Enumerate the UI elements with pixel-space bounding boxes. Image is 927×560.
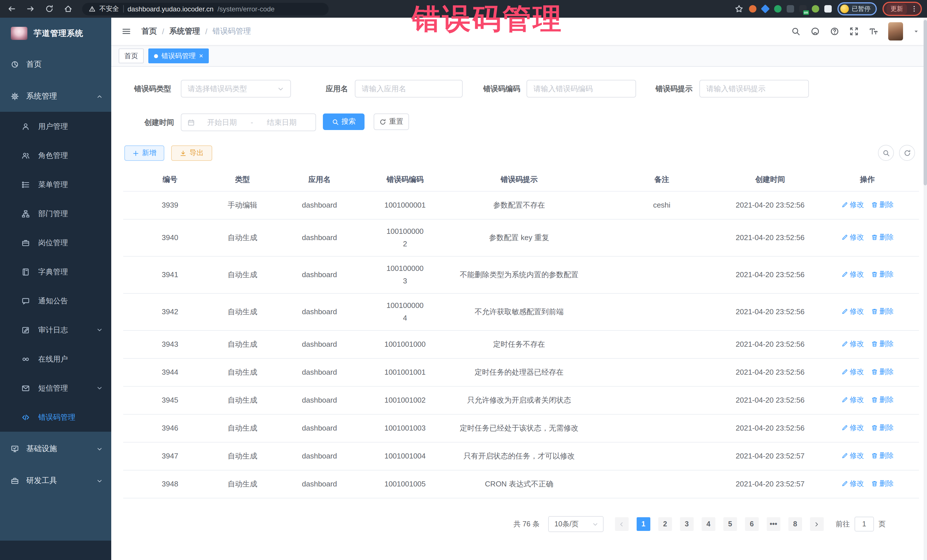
edit-link[interactable]: 修改 <box>841 339 864 349</box>
sidebar-logo[interactable]: 芋道管理系统 <box>0 18 111 49</box>
date-range-picker[interactable]: 开始日期 - 结束日期 <box>181 114 316 131</box>
reset-button-label: 重置 <box>389 117 403 127</box>
delete-link[interactable]: 删除 <box>871 423 894 433</box>
trash-icon <box>871 369 878 375</box>
sidebar-item-label: 在线用户 <box>38 354 68 364</box>
search-button[interactable]: 搜索 <box>323 114 365 130</box>
update-button[interactable]: 更新 <box>886 3 907 15</box>
extension-icon-orange-ring[interactable] <box>749 5 757 12</box>
hamburger-icon[interactable] <box>122 27 131 36</box>
extension-icon-green-v[interactable] <box>774 5 781 12</box>
plus-icon <box>132 150 139 156</box>
toggle-search-button[interactable] <box>878 145 894 161</box>
edit-link[interactable]: 修改 <box>841 307 864 317</box>
error-code-input[interactable] <box>527 80 636 97</box>
cell-hint: 定时任务不存在 <box>439 330 599 358</box>
reload-icon[interactable] <box>45 5 54 13</box>
address-bar[interactable]: 不安全 dashboard.yudao.iocoder.cn/system/er… <box>82 3 328 15</box>
edit-link[interactable]: 修改 <box>841 233 864 242</box>
export-button[interactable]: 导出 <box>171 146 212 161</box>
sidebar-item-monitor[interactable]: 基础设施 <box>0 434 111 463</box>
font-size-icon[interactable] <box>869 27 878 36</box>
prev-page-button[interactable] <box>615 517 629 531</box>
edit-link[interactable]: 修改 <box>841 200 864 210</box>
extension-icon-dark-on[interactable]: on <box>799 5 807 12</box>
reset-button[interactable]: 重置 <box>374 114 409 130</box>
header-search-icon[interactable] <box>791 27 800 36</box>
breadcrumb-item[interactable]: 首页 <box>141 26 157 36</box>
help-icon[interactable] <box>830 27 839 36</box>
extension-icon-puzzle[interactable] <box>824 5 832 12</box>
edit-link[interactable]: 修改 <box>841 270 864 279</box>
sidebar-item-users[interactable]: 角色管理 <box>0 141 111 170</box>
delete-link[interactable]: 删除 <box>871 270 894 279</box>
goto-page-input[interactable] <box>854 517 874 531</box>
delete-link[interactable]: 删除 <box>871 479 894 489</box>
browser-menu-dots-icon[interactable] <box>910 5 918 12</box>
sidebar-item-tree[interactable]: 部门管理 <box>0 199 111 228</box>
delete-link[interactable]: 删除 <box>871 339 894 349</box>
extension-icon-lime-figure[interactable] <box>812 5 819 12</box>
sidebar-item-online[interactable]: 在线用户 <box>0 344 111 373</box>
sidebar-item-dashboard[interactable]: 首页 <box>0 50 111 79</box>
pencil-icon <box>841 369 848 375</box>
refresh-table-button[interactable] <box>899 145 915 161</box>
edit-link[interactable]: 修改 <box>841 479 864 489</box>
pagination-page-button[interactable]: 5 <box>723 517 737 531</box>
edit-link[interactable]: 修改 <box>841 395 864 405</box>
sidebar-item-code[interactable]: 错误码管理 <box>0 403 111 432</box>
delete-link[interactable]: 删除 <box>871 233 894 242</box>
home-icon[interactable] <box>64 5 73 13</box>
sidebar-item-editlog[interactable]: 审计日志 <box>0 316 111 344</box>
sidebar-item-chat[interactable]: 通知公告 <box>0 286 111 316</box>
sidebar-item-gear[interactable]: 系统管理 <box>0 82 111 111</box>
tab-home[interactable]: 首页 <box>119 49 144 63</box>
forward-icon[interactable] <box>26 5 35 13</box>
back-icon[interactable] <box>8 5 16 13</box>
sidebar-item-book[interactable]: 字典管理 <box>0 257 111 286</box>
page-size-select[interactable]: 10条/页 <box>548 516 603 532</box>
sidebar-item-toolbox[interactable]: 研发工具 <box>0 466 111 495</box>
tab-close-icon[interactable] <box>199 52 203 59</box>
edit-link[interactable]: 修改 <box>841 451 864 461</box>
delete-link[interactable]: 删除 <box>871 200 894 210</box>
extension-icon-blue-gem[interactable] <box>761 4 769 13</box>
pagination-page-button[interactable]: 6 <box>745 517 759 531</box>
browser-update-control[interactable]: 更新 <box>883 2 922 16</box>
scrollbar-thumb[interactable] <box>924 20 927 185</box>
pagination-page-button[interactable]: 1 <box>637 517 650 531</box>
tab-error-code[interactable]: 错误码管理 <box>148 49 209 63</box>
pagination-page-button[interactable]: 8 <box>789 517 802 531</box>
error-hint-input[interactable] <box>699 80 809 97</box>
date-separator: - <box>249 118 254 127</box>
sidebar-item-list[interactable]: 菜单管理 <box>0 170 111 199</box>
delete-link[interactable]: 删除 <box>871 395 894 405</box>
edit-link[interactable]: 修改 <box>841 423 864 433</box>
fullscreen-icon[interactable] <box>849 27 859 36</box>
bookmark-star-icon[interactable] <box>735 5 743 13</box>
pagination-page-button[interactable]: 3 <box>680 517 694 531</box>
breadcrumb-item[interactable]: 系统管理 <box>169 26 200 36</box>
add-button[interactable]: 新增 <box>125 146 164 161</box>
extension-icon-tiles[interactable] <box>787 5 794 12</box>
prev-page-icon <box>619 521 625 527</box>
sidebar-item-user[interactable]: 用户管理 <box>0 112 111 141</box>
user-avatar[interactable] <box>888 22 903 41</box>
error-type-select[interactable]: 请选择错误码类型 <box>181 80 291 97</box>
app-name-input[interactable] <box>355 80 463 97</box>
window-scrollbar[interactable] <box>924 18 927 560</box>
page-ellipsis[interactable]: ••• <box>767 517 780 531</box>
github-icon[interactable] <box>811 27 820 36</box>
delete-link[interactable]: 删除 <box>871 367 894 377</box>
avatar-caret-icon[interactable] <box>913 29 919 34</box>
delete-link[interactable]: 删除 <box>871 451 894 461</box>
pagination-page-button[interactable]: 4 <box>702 517 715 531</box>
sidebar-item-briefcase[interactable]: 岗位管理 <box>0 228 111 257</box>
pagination-page-button[interactable]: 2 <box>658 517 672 531</box>
edit-link[interactable]: 修改 <box>841 367 864 377</box>
delete-link[interactable]: 删除 <box>871 307 894 317</box>
next-page-button[interactable] <box>810 517 824 531</box>
sidebar-item-mail[interactable]: 短信管理 <box>0 373 111 403</box>
profile-paused-chip[interactable]: 已暂停 <box>837 2 877 15</box>
sidebar-item-label: 短信管理 <box>38 383 68 393</box>
